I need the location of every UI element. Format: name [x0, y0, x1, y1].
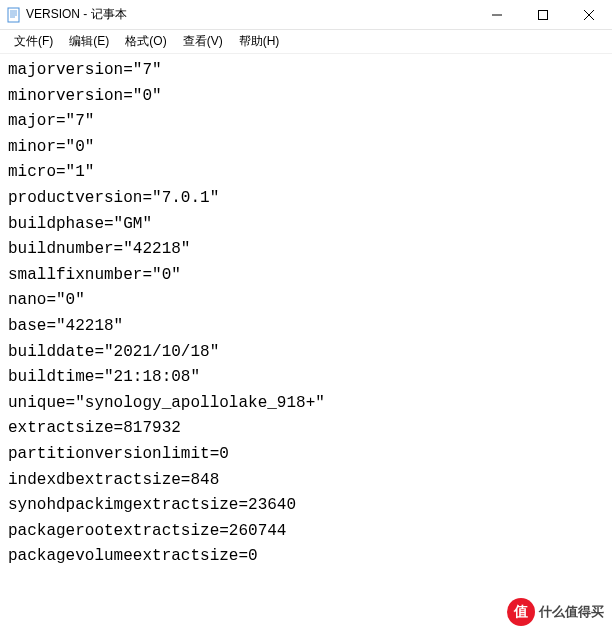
- menu-help[interactable]: 帮助(H): [231, 31, 288, 52]
- notepad-icon: [6, 7, 22, 23]
- menu-format[interactable]: 格式(O): [117, 31, 174, 52]
- menu-edit[interactable]: 编辑(E): [61, 31, 117, 52]
- menu-view[interactable]: 查看(V): [175, 31, 231, 52]
- close-button[interactable]: [566, 0, 612, 29]
- window-controls: [474, 0, 612, 29]
- watermark-icon: 值: [507, 598, 535, 626]
- menu-file[interactable]: 文件(F): [6, 31, 61, 52]
- watermark: 值 什么值得买: [507, 598, 604, 626]
- maximize-button[interactable]: [520, 0, 566, 29]
- watermark-text: 什么值得买: [539, 603, 604, 621]
- text-content[interactable]: majorversion="7" minorversion="0" major=…: [0, 54, 612, 634]
- titlebar: VERSION - 记事本: [0, 0, 612, 30]
- window-title: VERSION - 记事本: [26, 6, 474, 23]
- minimize-button[interactable]: [474, 0, 520, 29]
- menubar: 文件(F) 编辑(E) 格式(O) 查看(V) 帮助(H): [0, 30, 612, 54]
- svg-rect-6: [539, 10, 548, 19]
